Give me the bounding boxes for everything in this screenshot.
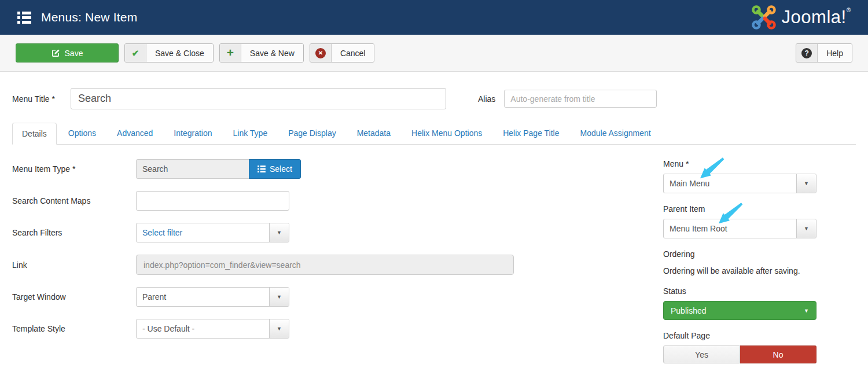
cancel-label: Cancel [332, 44, 374, 62]
save-button-label: Save [65, 49, 83, 58]
tab-page-display[interactable]: Page Display [279, 123, 345, 145]
main-content: Menu Title * Alias Details Options Advan… [0, 88, 868, 374]
plus-icon: + [220, 44, 241, 62]
save-close-button[interactable]: ✔ Save & Close [124, 43, 214, 63]
select-button-label: Select [270, 164, 292, 174]
default-page-label: Default Page [663, 331, 816, 340]
help-button[interactable]: ? Help [796, 43, 852, 63]
save-pencil-icon [52, 49, 60, 57]
header-bar: Menus: New Item Joomla!® [0, 0, 868, 35]
help-label: Help [818, 44, 852, 62]
default-page-row: Default Page Yes No [663, 331, 816, 363]
target-window-label: Target Window [12, 292, 136, 302]
tab-bar: Details Options Advanced Integration Lin… [12, 123, 856, 145]
parent-item-row: Parent Item Menu Item Root ▼ [663, 204, 816, 238]
menu-label: Menu * [663, 159, 816, 168]
target-window-dropdown[interactable]: Parent ▼ [136, 287, 289, 307]
menu-item-type-row: Menu Item Type * Search Select [12, 159, 663, 179]
check-icon: ✔ [125, 44, 146, 62]
search-filters-label: Search Filters [12, 228, 136, 237]
parent-item-value: Menu Item Root [664, 219, 796, 238]
tab-details[interactable]: Details [12, 123, 57, 145]
menu-dropdown[interactable]: Main Menu ▼ [663, 174, 816, 193]
help-circle-icon: ? [796, 44, 818, 62]
tab-module-assignment[interactable]: Module Assignment [571, 123, 660, 145]
menu-item-type-value: Search [136, 159, 249, 179]
save-new-button[interactable]: + Save & New [219, 43, 304, 63]
tab-advanced[interactable]: Advanced [108, 123, 162, 145]
search-filters-value: Select filter [137, 223, 269, 242]
search-filters-row: Search Filters Select filter ▼ [12, 223, 663, 242]
default-page-no-button[interactable]: No [740, 345, 816, 363]
link-row: Link index.php?option=com_finder&view=se… [12, 255, 663, 275]
template-style-dropdown[interactable]: - Use Default - ▼ [136, 319, 289, 339]
joomla-wordmark: Joomla! [782, 7, 847, 27]
parent-item-label: Parent Item [663, 204, 816, 214]
chevron-down-icon: ▼ [804, 308, 809, 314]
cancel-button[interactable]: ✕ Cancel [310, 43, 375, 63]
default-page-yes-button[interactable]: Yes [663, 345, 740, 363]
search-content-maps-row: Search Content Maps [12, 191, 663, 211]
tab-helix-menu-options[interactable]: Helix Menu Options [402, 123, 491, 145]
menu-title-input[interactable] [71, 88, 446, 109]
joomla-logo: Joomla!® [751, 5, 851, 30]
cancel-circle-icon: ✕ [310, 44, 332, 62]
search-content-maps-label: Search Content Maps [12, 196, 136, 205]
template-style-label: Template Style [12, 324, 136, 333]
details-pane: Menu Item Type * Search Select Search Co… [12, 159, 856, 374]
chevron-down-icon[interactable]: ▼ [796, 219, 816, 238]
menu-item-type-label: Menu Item Type * [12, 164, 136, 174]
status-row: Status Published ▼ [663, 286, 816, 320]
page-title: Menus: New Item [41, 10, 137, 24]
save-new-label: Save & New [241, 44, 303, 62]
status-label: Status [663, 286, 816, 296]
chevron-down-icon[interactable]: ▼ [796, 174, 816, 193]
status-value: Published [671, 306, 707, 315]
title-row: Menu Title * Alias [12, 88, 856, 109]
tab-options[interactable]: Options [59, 123, 105, 145]
registered-mark: ® [847, 7, 851, 13]
select-list-icon [258, 166, 266, 172]
ordering-row: Ordering Ordering will be available afte… [663, 249, 816, 275]
save-close-label: Save & Close [146, 44, 213, 62]
joomla-logo-icon [751, 5, 777, 30]
tab-integration[interactable]: Integration [164, 123, 221, 145]
template-style-row: Template Style - Use Default - ▼ [12, 319, 663, 339]
target-window-value: Parent [137, 288, 269, 306]
menu-row: Menu * Main Menu ▼ [663, 159, 816, 193]
chevron-down-icon[interactable]: ▼ [269, 223, 289, 242]
target-window-row: Target Window Parent ▼ [12, 287, 663, 307]
chevron-down-icon[interactable]: ▼ [269, 288, 289, 306]
ordering-note: Ordering will be available after saving. [663, 266, 816, 275]
toolbar: Save ✔ Save & Close + Save & New ✕ Cance… [0, 35, 868, 72]
search-filters-dropdown[interactable]: Select filter ▼ [136, 223, 289, 242]
template-style-value: - Use Default - [137, 319, 269, 338]
ordering-label: Ordering [663, 249, 816, 259]
chevron-down-icon[interactable]: ▼ [269, 319, 289, 338]
status-dropdown[interactable]: Published ▼ [663, 301, 816, 320]
details-form: Menu Item Type * Search Select Search Co… [12, 159, 663, 374]
link-label: Link [12, 260, 136, 270]
alias-input[interactable] [504, 90, 657, 108]
tab-helix-page-title[interactable]: Helix Page Title [494, 123, 568, 145]
menu-title-label: Menu Title * [12, 94, 71, 104]
default-page-toggle: Yes No [663, 345, 816, 363]
alias-label: Alias [478, 94, 495, 104]
tab-metadata[interactable]: Metadata [348, 123, 400, 145]
save-button[interactable]: Save [16, 43, 119, 63]
tab-link-type[interactable]: Link Type [224, 123, 277, 145]
link-value: index.php?option=com_finder&view=search [136, 255, 514, 275]
search-content-maps-input[interactable] [136, 191, 289, 211]
menu-list-icon[interactable] [17, 12, 31, 24]
menu-value: Main Menu [664, 174, 796, 193]
select-menu-item-type-button[interactable]: Select [249, 159, 301, 179]
parent-item-dropdown[interactable]: Menu Item Root ▼ [663, 219, 816, 238]
details-sidebar: Menu * Main Menu ▼ Parent Item [663, 159, 816, 374]
